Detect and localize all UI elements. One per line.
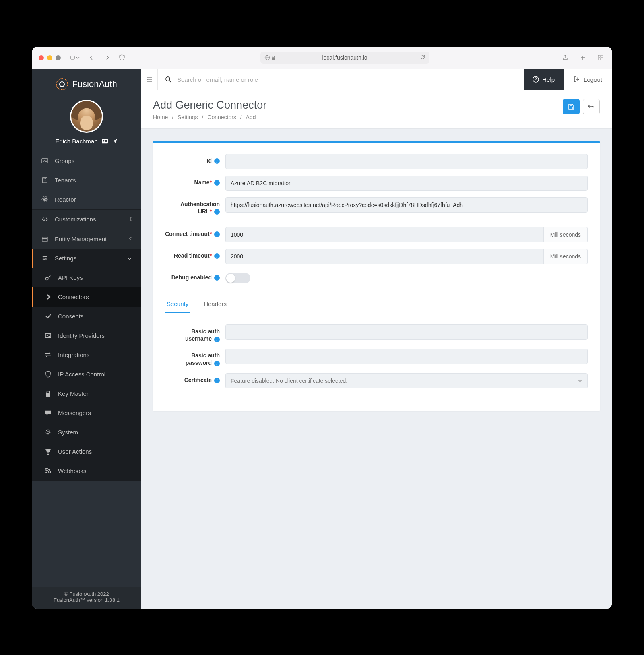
help-button[interactable]: Help — [524, 69, 564, 90]
url-bar[interactable]: local.fusionauth.io — [260, 52, 429, 64]
svg-point-29 — [46, 335, 47, 336]
tab-headers[interactable]: Headers — [202, 295, 228, 313]
sidebar-item-messengers[interactable]: Messengers — [32, 403, 141, 423]
avatar[interactable] — [70, 100, 103, 133]
sidebar-section-entity-management[interactable]: Entity Management — [32, 229, 141, 249]
svg-point-31 — [47, 431, 49, 434]
sidebar-toggle-icon[interactable] — [70, 53, 80, 62]
basic-auth-username-field[interactable] — [225, 324, 588, 340]
info-icon[interactable]: i — [214, 158, 220, 164]
auth-url-field[interactable] — [225, 197, 588, 213]
id-card-icon[interactable] — [102, 138, 108, 144]
badge-icon — [44, 332, 52, 339]
certificate-value: Feature disabled. No client certificate … — [231, 378, 347, 384]
sidebar-item-label: Settings — [55, 255, 76, 262]
info-icon[interactable]: i — [214, 337, 220, 342]
reactor-icon — [41, 196, 48, 203]
sidebar-item-system[interactable]: System — [32, 423, 141, 442]
share-icon[interactable] — [560, 53, 570, 62]
shield-icon[interactable] — [117, 53, 127, 62]
sidebar-item-label: Identity Providers — [58, 332, 105, 339]
sidebar-item-groups[interactable]: Groups — [32, 151, 141, 171]
sidebar-item-consents[interactable]: Consents — [32, 307, 141, 326]
collapse-sidebar-button[interactable] — [141, 69, 158, 90]
save-button[interactable] — [563, 99, 580, 114]
reload-icon[interactable] — [420, 54, 425, 61]
tabs: Security Headers — [165, 295, 588, 313]
tab-security[interactable]: Security — [165, 295, 190, 313]
minimize-window-icon[interactable] — [47, 55, 52, 60]
info-icon[interactable]: i — [214, 253, 220, 259]
back-button[interactable] — [583, 99, 600, 114]
svg-rect-0 — [71, 56, 75, 59]
crumb-home[interactable]: Home — [153, 114, 168, 120]
crumb-add[interactable]: Add — [246, 114, 256, 120]
chevron-left-icon — [129, 236, 132, 242]
sidebar-item-label: Consents — [58, 313, 83, 320]
nav: Groups Tenants Reactor Customizations — [32, 151, 141, 587]
location-arrow-icon[interactable] — [112, 138, 118, 144]
svg-point-26 — [43, 259, 45, 260]
info-icon[interactable]: i — [214, 231, 220, 237]
logo[interactable]: FusionAuth — [32, 69, 141, 97]
breadcrumb: Home / Settings / Connectors / Add — [153, 114, 266, 120]
debug-toggle[interactable] — [225, 273, 250, 283]
basic-auth-password-field[interactable] — [225, 349, 588, 364]
certificate-label: Certificate i — [165, 373, 225, 384]
trophy-icon — [44, 448, 52, 455]
maximize-window-icon[interactable] — [56, 55, 61, 60]
svg-point-17 — [44, 199, 45, 200]
crumb-settings[interactable]: Settings — [178, 114, 198, 120]
svg-rect-22 — [42, 239, 47, 240]
certificate-select[interactable]: Feature disabled. No client certificate … — [225, 373, 588, 388]
sidebar-item-label: Webhooks — [58, 467, 87, 474]
sidebar-item-ip-access[interactable]: IP Access Control — [32, 365, 141, 384]
crumb-connectors[interactable]: Connectors — [207, 114, 236, 120]
chevron-right-icon — [44, 293, 52, 301]
logout-button[interactable]: Logout — [564, 69, 612, 90]
sidebar-item-key-master[interactable]: Key Master — [32, 384, 141, 403]
close-window-icon[interactable] — [39, 55, 44, 60]
svg-rect-9 — [601, 58, 603, 60]
sidebar-item-identity-providers[interactable]: Identity Providers — [32, 326, 141, 345]
svg-rect-7 — [601, 55, 603, 57]
name-field[interactable] — [225, 176, 588, 191]
debug-label: Debug enabled i — [165, 271, 225, 281]
connect-timeout-field[interactable] — [225, 227, 544, 242]
search-icon — [165, 76, 171, 83]
nav-back-icon[interactable] — [87, 53, 96, 62]
sidebar-item-api-keys[interactable]: API Keys — [32, 268, 141, 287]
sidebar-item-user-actions[interactable]: User Actions — [32, 442, 141, 461]
sidebar-item-connectors[interactable]: Connectors — [32, 287, 141, 307]
nav-forward-icon[interactable] — [103, 53, 112, 62]
info-icon[interactable]: i — [214, 275, 220, 281]
tabs-overview-icon[interactable] — [596, 53, 605, 62]
sidebar-section-settings[interactable]: Settings — [32, 249, 141, 268]
sliders-icon — [41, 255, 48, 262]
shield-icon — [44, 371, 52, 378]
sidebar-item-integrations[interactable]: Integrations — [32, 345, 141, 365]
logout-label: Logout — [584, 76, 602, 83]
info-icon[interactable]: i — [214, 378, 220, 383]
sidebar-item-label: Tenants — [55, 177, 76, 184]
sidebar-item-tenants[interactable]: Tenants — [32, 171, 141, 190]
svg-rect-6 — [598, 55, 600, 57]
svg-rect-21 — [42, 237, 47, 238]
info-icon[interactable]: i — [214, 209, 220, 215]
page-header: Add Generic Connector Home / Settings / … — [141, 90, 612, 129]
settings-submenu: API Keys Connectors Consents Identity Pr… — [32, 268, 141, 481]
sidebar-section-customizations[interactable]: Customizations — [32, 209, 141, 229]
svg-point-27 — [45, 277, 48, 280]
search-input[interactable] — [177, 76, 516, 83]
info-icon[interactable]: i — [214, 180, 220, 186]
new-tab-icon[interactable] — [578, 53, 588, 62]
info-icon[interactable]: i — [214, 361, 220, 366]
id-label: Id i — [165, 154, 225, 164]
copyright: © FusionAuth 2022 — [32, 591, 141, 597]
topbar: Help Logout — [141, 69, 612, 90]
read-timeout-field[interactable] — [225, 249, 544, 264]
id-field[interactable] — [225, 154, 588, 169]
sidebar-item-webhooks[interactable]: Webhooks — [32, 461, 141, 481]
sidebar-item-reactor[interactable]: Reactor — [32, 190, 141, 209]
lock-icon — [44, 390, 52, 397]
